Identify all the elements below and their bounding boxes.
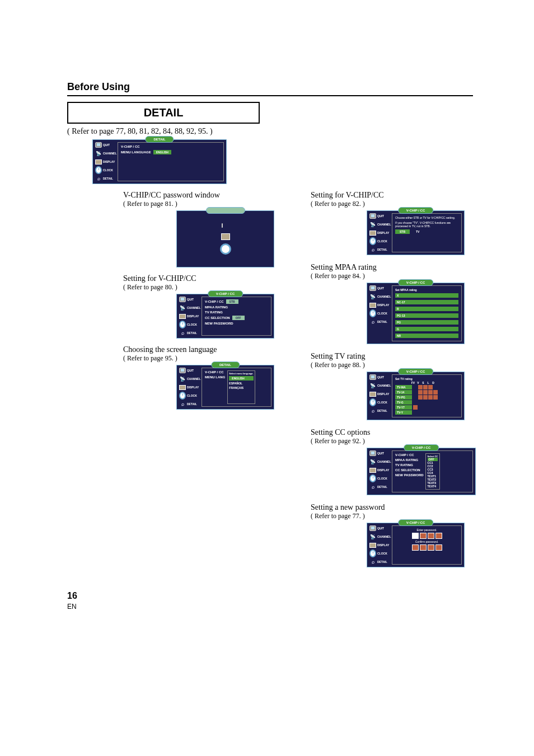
refer-cc: ( Refer to page 92. ) [311,437,473,445]
cc-row-newpw[interactable]: NEW PASSWORD [395,473,424,477]
row-vchip-cc[interactable]: V-CHIP / CC [121,145,221,148]
heading-vchip-pw: V-CHIP/CC password window [123,191,311,200]
tv-icon [369,450,376,456]
dish-icon [369,383,376,388]
cc-text4[interactable]: TEXT4 [428,485,438,488]
magnify-icon: ⌕ [179,401,186,407]
tv-icon [369,213,376,219]
mpaa-r[interactable]: R [395,307,458,311]
cc-row-mpaa[interactable]: MPAA RATING [395,458,424,462]
osd-sidebar: QUIT CHANNEL DISPLAY CLOCK ⌕DETAIL [95,142,118,181]
osd-title: V-CHIP / CC [398,368,434,375]
osd-content: V-CHIP / CC MENU LANGUAGE ENGLISH [118,142,224,181]
tv-row-14[interactable]: TV-14 [395,390,458,395]
osd-title: V-CHIP / CC [404,444,439,451]
cc-row-ccsel[interactable]: CC SELECTION [395,468,424,472]
refer-vchip-82: ( Refer to page 82. ) [311,200,473,208]
clock-icon [95,167,102,173]
dish-icon [369,534,376,539]
ring-icon [220,243,231,255]
row-menu-language[interactable]: MENU LANGUAGE ENGLISH [121,150,221,154]
row-tvrating[interactable]: TV RATING [205,311,268,314]
mpaa-pg13[interactable]: PG-13 [395,313,458,318]
page-number: 16 EN [67,591,473,611]
clock-icon [369,311,376,316]
tv-row-pg[interactable]: TV-PG [395,395,458,400]
osd-tvrating: V-CHIP / CC QUIT CHANNEL DISPLAY CLOCK ⌕… [367,372,465,420]
row-cc[interactable]: CC SELECTIONOFF [205,316,268,320]
cc-row-vchipcc[interactable]: V-CHIP / CC [395,453,424,457]
lang-opt-francais[interactable]: FRANÇAIS [229,386,253,389]
display-icon [369,467,376,473]
tv-icon [369,525,376,531]
dish-icon [369,222,376,227]
row-mpaa[interactable]: MPAA RATING [205,306,268,309]
tv-icon [179,297,186,302]
dish-icon [179,305,186,311]
row-vchip[interactable]: V-CHIP / CC [205,370,225,374]
dish-icon [369,459,376,464]
magnify-icon: ⌕ [95,176,102,181]
row-menu-lang[interactable]: MENU LANG [205,375,225,379]
heading-cc: Setting CC options [311,428,473,437]
magnify-icon: ⌕ [369,247,376,252]
tv-row-ma[interactable]: TV-MA [395,385,458,389]
osd-mpaa: V-CHIP / CC QUIT CHANNEL DISPLAY CLOCK ⌕… [367,283,465,344]
clock-icon [369,476,376,481]
mpaa-nr[interactable]: NR [395,334,458,338]
osd-title: V-CHIP / CC [398,519,434,526]
osd-title: DETAIL [145,136,174,143]
heading-lang: Choosing the screen language [123,345,311,354]
enter-password-boxes[interactable] [412,533,442,539]
clock-icon [179,322,186,327]
section-title: Before Using [67,81,473,96]
btn-stb[interactable]: STB [395,229,410,234]
lang-opt-english[interactable]: ENGLISH [229,376,253,381]
display-icon [369,391,376,397]
display-icon [221,233,230,240]
mpaa-nc17[interactable]: NC-17 [395,300,458,304]
display-icon [369,542,376,548]
magnify-icon: ⌕ [369,559,376,565]
clock-icon [369,551,376,556]
tv-icon [369,374,376,380]
heading-tvrating: Setting TV rating [311,352,473,361]
lang-opt-espanol[interactable]: ESPAÑOL [229,382,253,385]
dish-icon [369,294,376,299]
tv-icon [222,224,229,230]
cc-row-tv[interactable]: TV RATING [395,463,424,467]
btn-tv[interactable]: TV [411,229,424,234]
osd-title: V-CHIP / CC [208,290,243,297]
dish-icon [179,376,186,382]
mpaa-x[interactable]: X [395,293,458,298]
magnify-icon: ⌕ [369,484,376,490]
osd-title: V-CHIP / CC [398,207,434,214]
osd-vchip-pw [176,210,274,267]
display-icon [179,384,186,390]
osd-detail-main: DETAIL QUIT CHANNEL DISPLAY CLOCK ⌕DETAI… [92,139,227,184]
osd-title: DETAIL [211,361,240,368]
heading-newpw: Setting a new password [311,503,473,512]
row-newpw[interactable]: NEW PASSWORD [205,322,268,325]
display-icon [369,230,376,236]
confirm-password-boxes[interactable] [412,544,442,551]
tv-row-y[interactable]: TV-Y [395,410,458,415]
cc-popup: Select CC OFF CC1 CC2 CC3 CC4 TEXT1 TEXT… [425,453,441,490]
osd-cc: V-CHIP / CC QUIT CHANNEL DISPLAY CLOCK ⌕… [367,448,476,495]
tv-row-g[interactable]: TV-G [395,400,458,405]
heading-vchip-82: Setting for V-CHIP/CC [311,191,473,200]
tv-icon [95,142,102,148]
display-icon [369,302,376,308]
tv-icon [369,285,376,291]
dish-icon [95,151,102,156]
detail-heading-box: DETAIL [67,102,260,124]
refer-mpaa: ( Refer to page 84. ) [311,272,473,280]
mpaa-pg[interactable]: PG [395,320,458,325]
row-vchipcc[interactable]: V-CHIP / CCSTB [205,299,268,304]
clock-icon [369,400,376,405]
heading-vchip-80: Setting for V-CHIP/CC [123,274,311,283]
tv-row-y7[interactable]: TV-Y7 [395,405,458,410]
display-icon [179,313,186,319]
mpaa-g[interactable]: G [395,327,458,331]
magnify-icon: ⌕ [369,408,376,414]
